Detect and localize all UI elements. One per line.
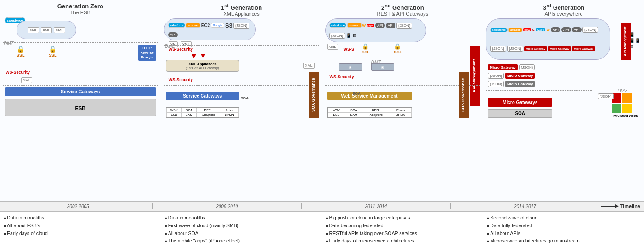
gen0-dashed-bottom xyxy=(3,85,158,86)
gen2-soa-governance: SOA Governance xyxy=(459,72,469,118)
timeline-arrow-container: Timeline xyxy=(601,203,640,209)
gen3-ms-green xyxy=(612,104,621,113)
note-3-0: Second wave of cloud xyxy=(487,214,640,221)
note-1-2: All about SOA xyxy=(165,230,318,237)
notes-list-3: Second wave of cloud Data fully federate… xyxy=(487,214,640,244)
gen1-diagram: salesforce amazon EC2 Google S3 {JSON} A… xyxy=(164,18,319,120)
gen2-router2: ▣ xyxy=(371,63,394,71)
gen0-cloud: XML XML XML xyxy=(17,21,76,39)
gen3-micro-gateways: Micro Gateways xyxy=(488,98,552,107)
gen0-http-proxy: HTTPReverseProxy's xyxy=(138,45,156,61)
gen1-ws-security-bottom: WS-Security xyxy=(169,77,193,82)
main-container: Generation Zero The ESB salesforce XML X… xyxy=(0,0,644,248)
timeline-gen0: 2002-2005 xyxy=(4,204,152,209)
note-2-0: Big push for cloud in large enterprises xyxy=(326,214,480,221)
gen2-router1: ▣ xyxy=(339,63,362,71)
gen1-title: 1st Generation xyxy=(164,3,319,11)
bottom-section: 2002-2005 2006-2010 2011-2014 2014-2017 … xyxy=(0,201,644,248)
gen2-wsm: Web Service Management xyxy=(327,92,412,100)
gen0-ssl-right: 🔒 SSL xyxy=(49,46,57,58)
gen3-api-mgmt: API Management xyxy=(621,23,631,60)
gen2-cloud: salesforce amazon W new API API {JSON} {… xyxy=(325,18,426,42)
gen2-api-mgmt: API Management xyxy=(470,46,480,106)
gen1-ws-security-top: WS-Security xyxy=(169,47,193,52)
gen2-table: WS-*SCABPELRules ESBBAMAdaptersBPMN xyxy=(327,107,412,118)
gen2-dashed-bottom xyxy=(325,85,480,86)
note-3-2: All about APIs xyxy=(487,230,640,237)
gen3-ms-yellow xyxy=(622,104,632,113)
notes-col-2: Big push for cloud in large enterprises … xyxy=(322,212,484,248)
gen3-title: 3rd Generation xyxy=(486,3,641,11)
gen2-wss: WS-S xyxy=(344,47,355,52)
gen0-ssl-left: 🔒 SSL xyxy=(17,46,25,58)
note-0-0: Data in monoliths xyxy=(4,214,157,221)
gen0-esb: ESB xyxy=(5,99,156,116)
gen3-json-lower: {JSON} xyxy=(598,93,614,98)
gen1-arrow-ws2 xyxy=(201,54,205,58)
gen0-header: Generation Zero The ESB xyxy=(3,3,158,15)
note-1-0: Data in monoliths xyxy=(165,214,318,221)
generation-two: 2nd Generation REST & API Gateways sales… xyxy=(322,0,484,201)
note-0-2: Early days of cloud xyxy=(4,230,157,237)
gen1-subtitle: XML Appliances xyxy=(164,11,319,17)
gen3-ms-grid xyxy=(612,93,632,113)
gen1-arrow-ws xyxy=(192,54,196,58)
generation-one: 1st Generation XML Appliances salesforce… xyxy=(161,0,322,201)
gen1-header: 1st Generation XML Appliances xyxy=(164,3,319,17)
gen0-service-gateway: Service Gateways xyxy=(5,87,156,96)
gen2-subtitle: REST & API Gateways xyxy=(325,11,480,17)
gen3-cloud: salesforce amazon new C azure W API API … xyxy=(486,18,610,60)
gen0-dmz: DMZ xyxy=(4,41,14,46)
gen1-dashed-top xyxy=(164,45,319,46)
notes-section: Data in monoliths All about ESB's Early … xyxy=(0,211,644,248)
gen0-diagram: salesforce XML XML XML DMZ 🔒 SSL xyxy=(3,17,158,118)
notes-col-0: Data in monoliths All about ESB's Early … xyxy=(0,212,161,248)
timeline-gen3: 2014-2017 xyxy=(451,204,599,209)
gen0-ws-security: WS-Security xyxy=(6,70,30,75)
gen3-dmz: DMZ xyxy=(617,88,627,93)
generation-zero: Generation Zero The ESB salesforce XML X… xyxy=(0,0,161,201)
gen0-subtitle: The ESB xyxy=(3,10,158,15)
gen1-service-gateway: Service Gateways xyxy=(166,92,239,100)
diagram-area: Generation Zero The ESB salesforce XML X… xyxy=(0,0,644,201)
gen1-table: WS-*SCABPELRules ESBBAMAdaptersBPMN xyxy=(166,107,239,118)
gen1-soa-label: SOA xyxy=(241,96,249,100)
note-2-3: Early days of microservice architectures xyxy=(326,237,480,244)
gen1-xml-appliances: XML Appliances (1st Gen API Gateway) xyxy=(166,60,239,72)
note-3-1: Data fully federated xyxy=(487,222,640,229)
gen2-ssl-left: 🔒 SSL xyxy=(362,43,370,54)
gen3-subtitle: APIs everywhere xyxy=(486,11,641,17)
timeline-label: Timeline xyxy=(620,203,640,209)
gen0-title: Generation Zero xyxy=(3,3,158,10)
gen3-header: 3rd Generation APIs everywhere xyxy=(486,3,641,17)
notes-list-1: Data in monoliths First wave of cloud (m… xyxy=(165,214,318,244)
gen1-dashed-bottom xyxy=(164,85,319,86)
timeline-gen2: 2011-2014 xyxy=(302,204,450,209)
gen3-ms-label: Microservices xyxy=(612,114,639,118)
gen2-title: 2nd Generation xyxy=(325,3,480,11)
gen2-ssl-right: 🔒 SSL xyxy=(394,43,402,54)
gen3-micro-gws: Micro Gateway {JSON} xyxy=(488,64,535,70)
timeline-row: 2002-2005 2006-2010 2011-2014 2014-2017 … xyxy=(0,201,644,211)
gen1-xml-badge2: XML xyxy=(303,62,314,68)
note-2-1: Data becoming federated xyxy=(326,222,480,229)
notes-col-3: Second wave of cloud Data fully federate… xyxy=(483,212,644,248)
timeline-arrowhead xyxy=(615,204,619,208)
gen3-micro-gw3: {JSON} Micro Gateway xyxy=(488,81,535,87)
gen2-header: 2nd Generation REST & API Gateways xyxy=(325,3,480,17)
note-1-3: The mobile "apps" (iPhone effect) xyxy=(165,237,318,244)
gen3-soa: SOA xyxy=(488,109,552,118)
gen2-dashed-top xyxy=(325,61,480,61)
timeline-line xyxy=(601,206,615,207)
gen3-dashed-bottom xyxy=(486,90,592,91)
gen3-ms-orange xyxy=(622,93,632,103)
timeline-gen1: 2006-2010 xyxy=(153,204,301,209)
notes-list-2: Big push for cloud in large enterprises … xyxy=(326,214,480,244)
gen0-dashed-top xyxy=(3,42,158,43)
generation-three: 3rd Generation APIs everywhere salesforc… xyxy=(483,0,644,201)
gen2-soa-top: SOA xyxy=(353,92,361,96)
note-3-3: Microservice architectures go mainstream xyxy=(487,237,640,244)
gen0-xml-badge: XML xyxy=(21,77,32,82)
notes-col-1: Data in monoliths First wave of cloud (m… xyxy=(161,212,322,248)
gen2-ws-security: WS-Security xyxy=(330,75,354,79)
